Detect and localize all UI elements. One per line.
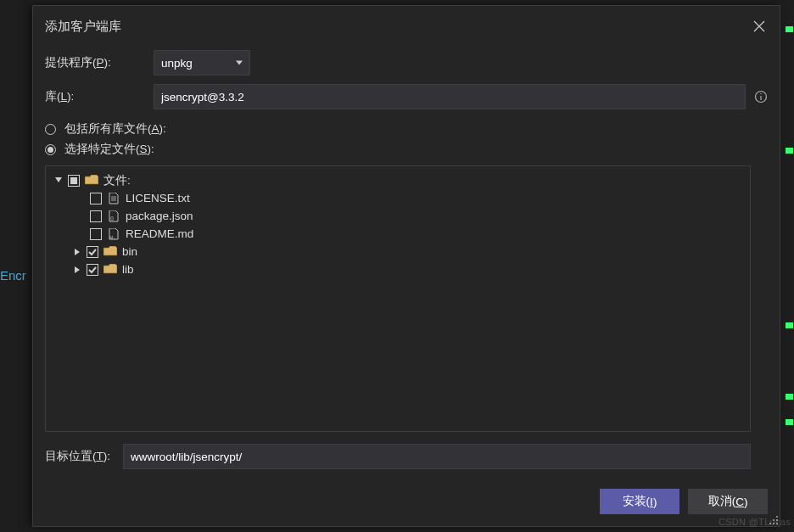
root-checkbox[interactable]	[68, 175, 80, 187]
provider-label: 提供程序(P):	[45, 55, 145, 70]
tree-file-row[interactable]: M↓ README.md	[49, 225, 746, 243]
file-tree[interactable]: 文件: LICENSE.txt {} package.json M↓ READM…	[45, 165, 751, 432]
watermark: CSDN @TLucas	[719, 517, 791, 527]
radio-include-all[interactable]: 包括所有库文件(A):	[45, 121, 751, 137]
file-name: README.md	[126, 227, 193, 240]
file-checkbox[interactable]	[90, 193, 102, 204]
tree-root-label: 文件:	[103, 173, 131, 188]
file-checkbox[interactable]	[90, 210, 102, 222]
background-code-fragment: Encr	[0, 268, 26, 283]
library-input[interactable]	[154, 84, 746, 109]
svg-text:{}: {}	[110, 216, 114, 221]
folder-checkbox[interactable]	[87, 246, 98, 258]
radio-select-specific[interactable]: 选择特定文件(S):	[45, 142, 751, 157]
folder-name: lib	[122, 263, 134, 276]
file-name: LICENSE.txt	[126, 192, 190, 204]
editor-scrollbar	[782, 0, 794, 532]
folder-icon	[103, 264, 117, 276]
target-input[interactable]	[123, 444, 751, 469]
svg-point-2	[760, 93, 761, 94]
file-checkbox[interactable]	[90, 228, 102, 240]
chevron-right-icon[interactable]	[73, 249, 81, 255]
txt-file-icon	[107, 193, 120, 204]
chevron-down-icon[interactable]	[54, 177, 63, 184]
folder-checkbox[interactable]	[87, 264, 98, 276]
chevron-right-icon[interactable]	[73, 266, 81, 273]
tree-folder-row[interactable]: lib	[49, 260, 746, 278]
tree-file-row[interactable]: LICENSE.txt	[49, 189, 746, 207]
close-icon	[753, 20, 765, 32]
file-name: package.json	[126, 210, 193, 222]
info-icon	[754, 90, 768, 104]
folder-name: bin	[122, 245, 137, 258]
folder-icon	[85, 175, 98, 187]
md-file-icon: M↓	[107, 228, 120, 240]
tree-file-row[interactable]: {} package.json	[49, 207, 746, 225]
json-file-icon: {}	[107, 210, 120, 222]
tree-folder-row[interactable]: bin	[49, 243, 746, 260]
target-label: 目标位置(T):	[45, 449, 115, 464]
add-client-lib-dialog: 添加客户端库 提供程序(P): unpkg 库(L): 包括所有库文件(A): …	[32, 5, 780, 527]
cancel-button[interactable]: 取消(C)	[688, 489, 768, 514]
tree-root[interactable]: 文件:	[49, 171, 746, 189]
close-button[interactable]	[751, 18, 768, 35]
library-label: 库(L):	[45, 89, 145, 104]
provider-select[interactable]: unpkg	[154, 50, 250, 76]
svg-text:M↓: M↓	[109, 235, 115, 239]
folder-icon	[103, 246, 117, 258]
dialog-title: 添加客户端库	[45, 19, 121, 35]
install-button[interactable]: 安装(I)	[600, 489, 679, 514]
